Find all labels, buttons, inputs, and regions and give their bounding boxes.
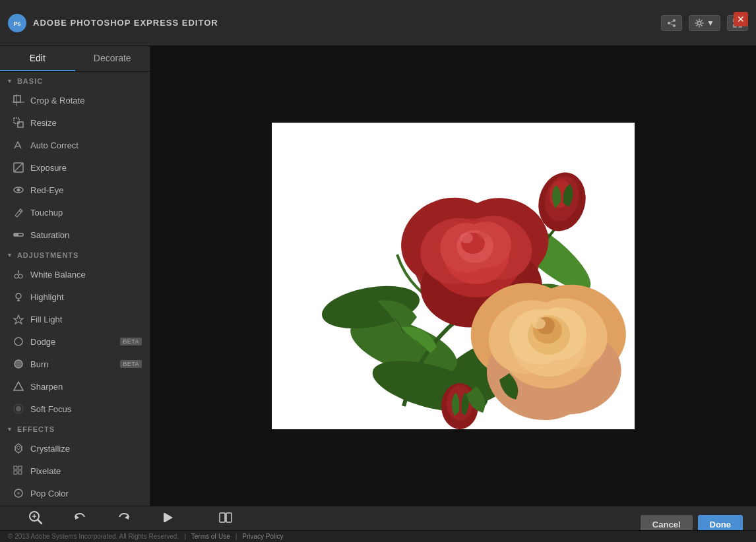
sidebar-label-red-eye: Red-Eye [30, 185, 142, 195]
burn-icon [12, 357, 25, 371]
highlight-icon [12, 290, 25, 303]
sidebar-item-white-balance[interactable]: White Balance [0, 263, 150, 286]
pixelate-icon [12, 464, 25, 477]
sidebar-item-pop-color[interactable]: Pop Color [0, 482, 150, 504]
effects-items: Crystallize Pixelate [0, 437, 150, 506]
close-button[interactable]: ✕ [734, 12, 748, 26]
sidebar-item-hue[interactable]: Hue [0, 504, 150, 506]
sidebar-label-white-balance: White Balance [30, 270, 142, 280]
svg-marker-31 [15, 444, 22, 453]
svg-text:Ps: Ps [13, 20, 20, 27]
svg-point-16 [17, 189, 20, 192]
arrow-basic: ▼ [7, 78, 13, 84]
footer-privacy-link[interactable]: Privacy Policy [242, 533, 283, 540]
svg-rect-91 [164, 513, 166, 522]
sidebar-item-burn[interactable]: Burn BETA [0, 353, 150, 375]
svg-marker-32 [16, 446, 20, 450]
sidebar-item-exposure[interactable]: Exposure [0, 156, 150, 179]
svg-rect-35 [14, 471, 17, 474]
top-bar: Ps ADOBE PHOTOSHOP EXPRESS EDITOR ▼ ✕ [0, 0, 756, 46]
sidebar-item-touchup[interactable]: Touchup [0, 201, 150, 224]
sidebar-item-crop-rotate[interactable]: Crop & Rotate [0, 89, 150, 111]
sidebar-label-pixelate: Pixelate [30, 466, 142, 476]
sidebar-label-highlight: Highlight [30, 292, 142, 302]
basic-items: Crop & Rotate Resize Aut [0, 89, 150, 246]
resize-icon [12, 116, 25, 129]
sidebar-item-pixelate[interactable]: Pixelate [0, 460, 150, 482]
crystallize-icon [12, 442, 25, 455]
svg-point-23 [16, 293, 21, 299]
svg-point-83 [447, 385, 473, 421]
sidebar-item-dodge[interactable]: Dodge BETA [0, 330, 150, 353]
sidebar-item-auto-correct[interactable]: Auto Correct [0, 134, 150, 156]
svg-rect-11 [14, 118, 19, 123]
svg-point-29 [16, 406, 21, 411]
footer-terms-link[interactable]: Terms of Use [191, 533, 230, 540]
undo-icon [73, 510, 87, 528]
svg-line-5 [669, 20, 674, 23]
sidebar-item-crystallize[interactable]: Crystallize [0, 437, 150, 460]
sidebar-label-burn: Burn [30, 359, 115, 369]
svg-point-81 [532, 318, 546, 329]
sidebar-item-highlight[interactable]: Highlight [0, 286, 150, 308]
crop-rotate-icon [12, 94, 25, 107]
app-title: ADOBE PHOTOSHOP EXPRESS EDITOR [33, 18, 218, 28]
footer-copyright: © 2013 Adobe Systems Incorporated. All R… [8, 533, 179, 540]
sidebar-item-resize[interactable]: Resize [0, 111, 150, 134]
sidebar-label-sharpen: Sharpen [30, 382, 142, 392]
dodge-beta-badge: BETA [120, 338, 142, 346]
svg-point-7 [698, 21, 701, 24]
svg-point-63 [478, 231, 488, 239]
sidebar-label-crop-rotate: Crop & Rotate [30, 96, 142, 105]
share-button[interactable] [661, 15, 682, 31]
section-adjustments[interactable]: ▼ ADJUSTMENTS [0, 246, 150, 263]
tab-decorate[interactable]: Decorate [75, 46, 150, 71]
svg-rect-92 [220, 513, 225, 522]
app-logo: Ps [8, 14, 26, 32]
svg-rect-36 [18, 471, 22, 474]
burn-beta-badge: BETA [120, 360, 142, 368]
sidebar-item-sharpen[interactable]: Sharpen [0, 375, 150, 398]
svg-line-6 [669, 23, 674, 26]
adjustments-items: White Balance Highlight [0, 263, 150, 420]
view-original-icon [218, 510, 233, 528]
sidebar: Edit Decorate ▼ BASIC Crop & Rotate [0, 46, 150, 506]
settings-button[interactable]: ▼ [689, 15, 720, 31]
zoom-icon [28, 510, 43, 528]
svg-point-27 [15, 360, 22, 368]
touchup-icon [12, 206, 25, 219]
section-basic[interactable]: ▼ BASIC [0, 72, 150, 89]
pop-color-icon [12, 487, 25, 500]
svg-rect-34 [18, 466, 22, 469]
sidebar-item-fill-light[interactable]: Fill Light [0, 308, 150, 330]
svg-point-21 [18, 274, 22, 278]
svg-marker-90 [165, 513, 173, 522]
svg-marker-88 [75, 515, 79, 520]
sidebar-label-crystallize: Crystallize [30, 444, 142, 454]
sidebar-label-auto-correct: Auto Correct [30, 140, 142, 150]
svg-line-85 [38, 520, 42, 524]
sidebar-label-dodge: Dodge [30, 337, 115, 347]
sidebar-label-resize: Resize [30, 118, 142, 128]
arrow-effects: ▼ [7, 426, 13, 433]
svg-point-62 [460, 233, 473, 243]
sharpen-icon [12, 380, 25, 393]
svg-rect-19 [14, 233, 18, 236]
section-effects[interactable]: ▼ EFFECTS [0, 420, 150, 437]
svg-point-38 [17, 492, 20, 495]
sidebar-label-fill-light: Fill Light [30, 315, 142, 324]
svg-marker-89 [125, 515, 129, 520]
sidebar-item-red-eye[interactable]: Red-Eye [0, 179, 150, 201]
svg-marker-28 [14, 382, 23, 390]
settings-label: ▼ [707, 18, 714, 28]
arrow-adjustments: ▼ [7, 252, 13, 258]
tab-edit[interactable]: Edit [0, 46, 75, 71]
reset-icon [161, 510, 175, 528]
section-effects-label: EFFECTS [17, 425, 55, 433]
svg-rect-33 [14, 466, 17, 469]
sidebar-item-saturation[interactable]: Saturation [0, 224, 150, 246]
canvas-area [150, 46, 756, 506]
sidebar-label-soft-focus: Soft Focus [30, 404, 142, 414]
sidebar-item-soft-focus[interactable]: Soft Focus [0, 398, 150, 420]
main-layout: Edit Decorate ▼ BASIC Crop & Rotate [0, 46, 756, 506]
